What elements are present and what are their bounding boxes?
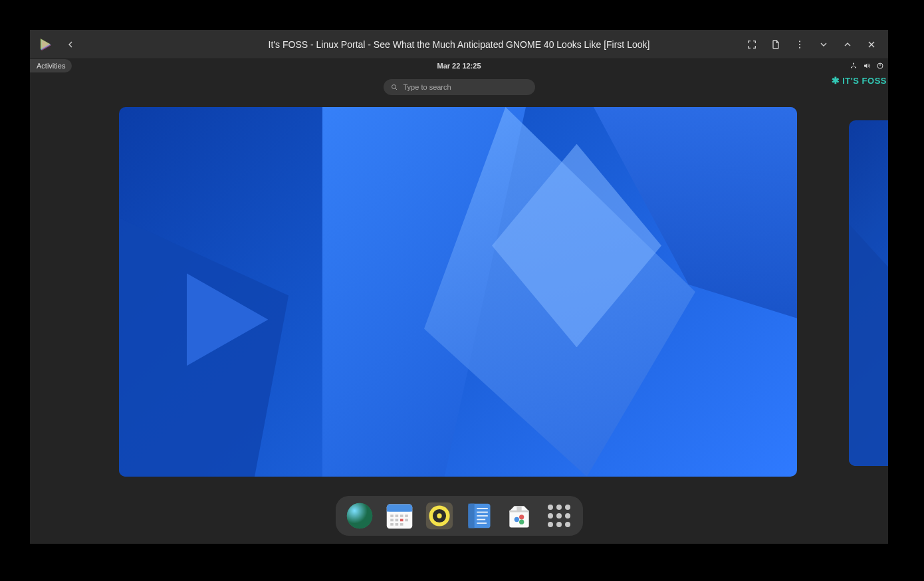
svg-rect-30 (400, 523, 403, 526)
close-button[interactable] (862, 35, 881, 55)
svg-rect-28 (390, 523, 394, 526)
svg-point-47 (519, 520, 524, 524)
svg-point-4 (799, 43, 800, 45)
player-window: It's FOSS - Linux Portal - See What the … (30, 30, 888, 544)
software-center-icon[interactable] (505, 501, 534, 530)
dash (336, 496, 583, 536)
svg-rect-27 (405, 519, 408, 522)
power-icon (876, 62, 884, 70)
page-button[interactable] (766, 35, 786, 55)
svg-point-3 (799, 41, 800, 42)
svg-line-15 (395, 88, 396, 90)
svg-rect-24 (405, 515, 408, 517)
svg-rect-29 (395, 523, 398, 526)
itsfoss-text: IT'S FOSS (842, 76, 887, 86)
svg-point-46 (519, 515, 524, 519)
svg-rect-20 (386, 510, 412, 512)
panel-status-area[interactable] (850, 59, 884, 72)
panel-clock[interactable]: Mar 22 12:25 (437, 62, 481, 70)
workspace-2[interactable] (849, 120, 888, 466)
svg-point-5 (799, 47, 800, 48)
activities-label: Activities (37, 62, 65, 70)
search-placeholder: Type to search (404, 83, 451, 91)
network-icon (850, 62, 858, 70)
wallpaper (119, 107, 797, 477)
search-icon (390, 83, 398, 91)
app-grid-icon[interactable] (544, 501, 574, 530)
svg-rect-23 (400, 515, 403, 517)
overview-search[interactable]: Type to search (384, 79, 535, 95)
svg-point-35 (437, 513, 441, 518)
kebab-menu-button[interactable] (790, 35, 810, 55)
svg-rect-21 (390, 515, 394, 517)
workspace-1[interactable] (119, 107, 797, 477)
svg-point-45 (514, 517, 519, 522)
volume-icon (863, 62, 871, 70)
rhythmbox-icon[interactable] (425, 501, 454, 530)
player-title: It's FOSS - Linux Portal - See What the … (269, 39, 650, 50)
maximize-button[interactable] (838, 35, 858, 55)
back-button[interactable] (60, 35, 80, 55)
calendar-icon[interactable] (385, 501, 414, 530)
svg-rect-25 (390, 519, 394, 522)
svg-marker-11 (864, 64, 867, 68)
svg-rect-44 (517, 506, 521, 511)
svg-rect-31 (400, 519, 403, 522)
gnome-desktop-area: Activities Mar 22 12:25 ✱ IT'S FOSS Type… (30, 59, 888, 544)
svg-point-14 (392, 85, 396, 89)
wallpaper (849, 120, 888, 466)
itsfoss-watermark: ✱ IT'S FOSS (832, 75, 887, 86)
svg-point-8 (853, 63, 854, 64)
workspaces-row (30, 107, 888, 478)
svg-point-17 (346, 503, 372, 529)
app-logo-icon (38, 37, 53, 52)
gnome-top-panel: Activities Mar 22 12:25 (30, 59, 888, 72)
svg-rect-22 (395, 515, 398, 517)
web-browser-icon[interactable] (345, 501, 374, 530)
player-header-bar: It's FOSS - Linux Portal - See What the … (30, 30, 888, 59)
frame-corners-button[interactable] (742, 35, 762, 55)
activities-button[interactable]: Activities (30, 59, 72, 72)
minimize-button[interactable] (814, 35, 834, 55)
svg-rect-26 (395, 519, 398, 522)
svg-rect-37 (468, 504, 474, 528)
text-editor-icon[interactable] (465, 501, 494, 530)
